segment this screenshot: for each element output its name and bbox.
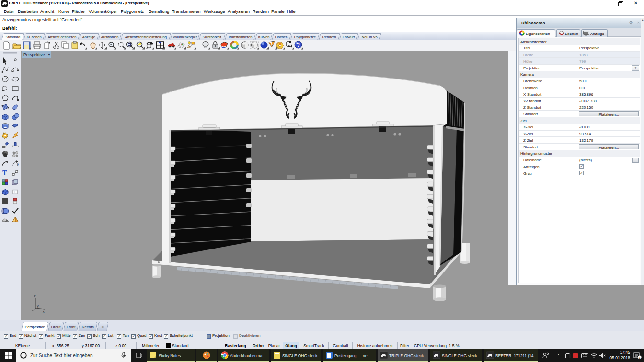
svg-text:9: 9 [17,163,19,166]
svg-text:T: T [2,170,7,177]
svg-text:z: z [34,294,36,298]
svg-text:x: x [43,309,45,314]
svg-text:y: y [37,304,39,308]
